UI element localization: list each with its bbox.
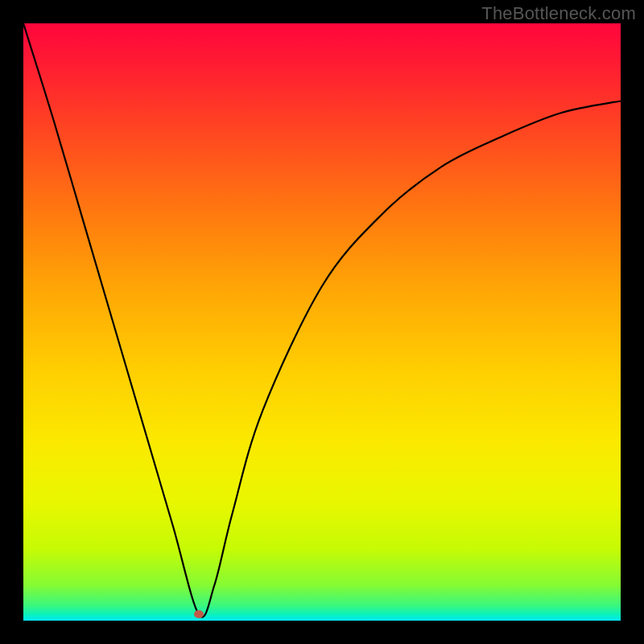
bottleneck-curve-svg (23, 23, 621, 621)
minimum-marker (194, 610, 204, 618)
chart-frame: TheBottleneck.com (0, 0, 644, 644)
watermark-text: TheBottleneck.com (481, 3, 636, 24)
bottleneck-curve (23, 23, 621, 617)
plot-area (23, 23, 621, 621)
